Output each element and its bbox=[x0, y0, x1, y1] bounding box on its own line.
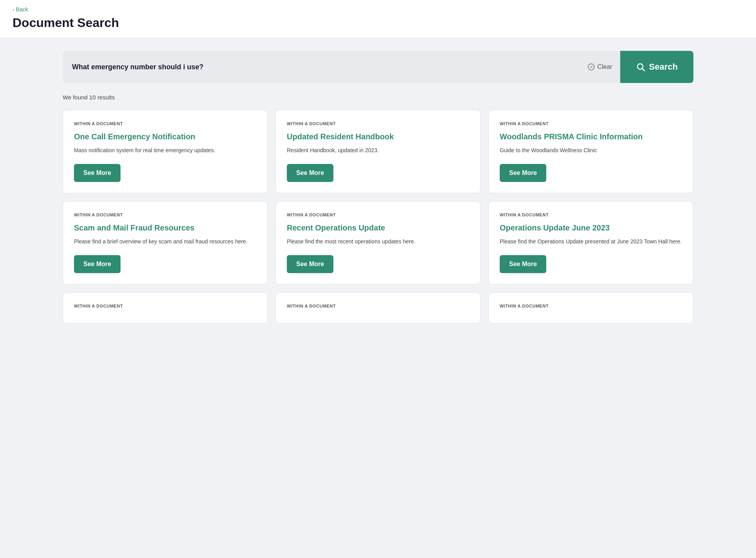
search-icon bbox=[636, 62, 645, 72]
partial-card-1-label: WITHIN A DOCUMENT bbox=[287, 304, 469, 308]
card-1-label: WITHIN A DOCUMENT bbox=[287, 121, 469, 126]
partial-card-2: WITHIN A DOCUMENT bbox=[488, 292, 693, 324]
card-5-see-more-button[interactable]: See More bbox=[500, 255, 546, 273]
results-count: We found 10 results bbox=[63, 94, 693, 101]
card-4-label: WITHIN A DOCUMENT bbox=[287, 212, 469, 217]
cards-grid: WITHIN A DOCUMENT One Call Emergency Not… bbox=[63, 110, 693, 324]
partial-card-0: WITHIN A DOCUMENT bbox=[63, 292, 268, 324]
card-4: WITHIN A DOCUMENT Recent Operations Upda… bbox=[275, 201, 481, 284]
card-3-description: Please find a brief overview of key scam… bbox=[74, 238, 256, 246]
card-0-description: Mass notification system for real time e… bbox=[74, 146, 256, 155]
card-0-see-more-button[interactable]: See More bbox=[74, 164, 121, 182]
card-1-description: Resident Handbook, updated in 2023. bbox=[287, 146, 469, 155]
clear-icon: ✕ bbox=[588, 63, 595, 70]
partial-card-2-label: WITHIN A DOCUMENT bbox=[500, 304, 682, 308]
card-2: WITHIN A DOCUMENT Woodlands PRISMA Clini… bbox=[488, 110, 693, 193]
page-title: Document Search bbox=[13, 16, 743, 30]
card-3-see-more-button[interactable]: See More bbox=[74, 255, 121, 273]
card-5-label: WITHIN A DOCUMENT bbox=[500, 212, 682, 217]
card-5-description: Please find the Operations Update presen… bbox=[500, 238, 682, 246]
card-1: WITHIN A DOCUMENT Updated Resident Handb… bbox=[275, 110, 481, 193]
search-button-label: Search bbox=[649, 62, 678, 72]
card-4-title: Recent Operations Update bbox=[287, 223, 469, 233]
card-1-see-more-button[interactable]: See More bbox=[287, 164, 333, 182]
clear-label: Clear bbox=[597, 63, 612, 70]
search-bar-container: ✕ Clear Search bbox=[63, 51, 693, 83]
card-3-label: WITHIN A DOCUMENT bbox=[74, 212, 256, 217]
card-0-title: One Call Emergency Notification bbox=[74, 131, 256, 142]
header-bar: ‹ Back Document Search bbox=[0, 0, 756, 38]
card-2-label: WITHIN A DOCUMENT bbox=[500, 121, 682, 126]
main-content: ✕ Clear Search We found 10 results WITHI… bbox=[0, 38, 756, 336]
card-0: WITHIN A DOCUMENT One Call Emergency Not… bbox=[63, 110, 268, 193]
clear-button[interactable]: ✕ Clear bbox=[580, 52, 620, 81]
card-0-label: WITHIN A DOCUMENT bbox=[74, 121, 256, 126]
card-3-title: Scam and Mail Fraud Resources bbox=[74, 223, 256, 233]
back-label: Back bbox=[16, 6, 28, 13]
partial-card-0-label: WITHIN A DOCUMENT bbox=[74, 304, 256, 308]
search-input[interactable] bbox=[63, 52, 580, 82]
partial-card-1: WITHIN A DOCUMENT bbox=[275, 292, 481, 324]
svg-line-1 bbox=[642, 69, 644, 71]
card-2-see-more-button[interactable]: See More bbox=[500, 164, 546, 182]
card-5-title: Operations Update June 2023 bbox=[500, 223, 682, 233]
back-link[interactable]: ‹ Back bbox=[13, 6, 743, 13]
search-button[interactable]: Search bbox=[620, 51, 693, 83]
card-3: WITHIN A DOCUMENT Scam and Mail Fraud Re… bbox=[63, 201, 268, 284]
back-chevron-icon: ‹ bbox=[13, 7, 14, 13]
card-2-description: Guide to the Woodlands Wellness Clinic bbox=[500, 146, 682, 155]
card-4-see-more-button[interactable]: See More bbox=[287, 255, 333, 273]
card-5: WITHIN A DOCUMENT Operations Update June… bbox=[488, 201, 693, 284]
card-2-title: Woodlands PRISMA Clinic Information bbox=[500, 131, 682, 142]
card-4-description: Please find the most recent operations u… bbox=[287, 238, 469, 246]
card-1-title: Updated Resident Handbook bbox=[287, 131, 469, 142]
